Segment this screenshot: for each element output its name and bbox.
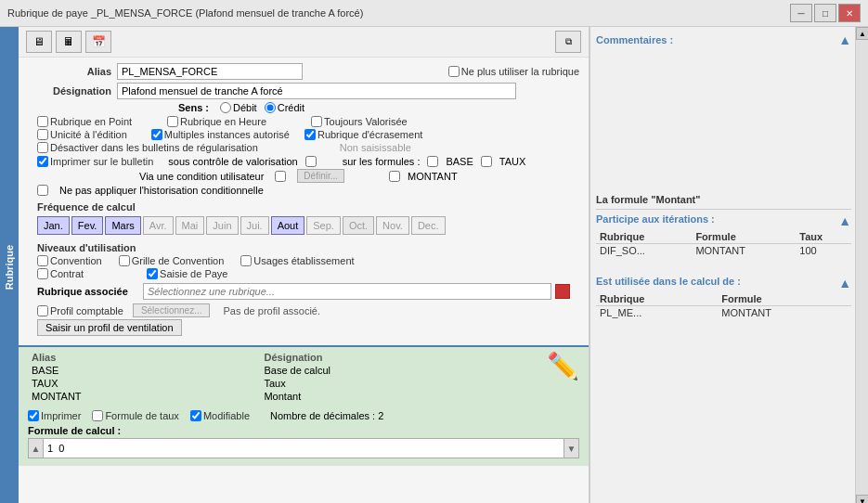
pas-profil-label: Pas de profil associé. xyxy=(223,305,320,316)
rubrique-point-checkbox[interactable] xyxy=(37,116,48,127)
no-utiliser-checkbox[interactable] xyxy=(448,66,460,77)
participe-scroll-btn[interactable]: ▲ xyxy=(838,213,851,228)
alias-taux: TAUX xyxy=(28,377,260,390)
unicite-checkbox[interactable] xyxy=(37,129,48,140)
month-dec[interactable]: Dec. xyxy=(411,216,446,235)
form-area: Alias Ne plus utiliser la rubrique Désig… xyxy=(19,58,589,345)
scroll-down-btn[interactable]: ▼ xyxy=(856,495,868,503)
month-mars[interactable]: Mars xyxy=(105,216,140,235)
niveaux-title: Niveaux d'utilisation xyxy=(28,240,579,255)
montant-checkbox[interactable] xyxy=(389,171,400,182)
ne-pas-appliquer-label: Ne pas appliquer l'historisation conditi… xyxy=(59,185,264,196)
desactiver-checkbox[interactable] xyxy=(37,142,48,153)
month-nov[interactable]: Nov. xyxy=(376,216,409,235)
no-utiliser-label: Ne plus utiliser la rubrique xyxy=(461,66,579,77)
toolbar: 🖥 🖩 📅 ⧉ xyxy=(19,27,589,58)
formule-calc-input[interactable] xyxy=(44,439,564,458)
profil-row: Profil comptable Sélectionnez... Pas de … xyxy=(28,303,579,317)
base-label: BASE xyxy=(446,156,473,167)
debit-radio[interactable] xyxy=(220,102,231,113)
via-condition-row: Via une condition utilisateur Définir...… xyxy=(28,169,579,183)
sens-label: Sens : xyxy=(178,102,209,113)
ne-pas-appliquer-checkbox[interactable] xyxy=(37,185,48,196)
est-utilisee-title: Est utilisée dans le calcul de : xyxy=(596,276,741,290)
designation-input[interactable] xyxy=(117,83,516,99)
rubrique-heure-checkbox[interactable] xyxy=(167,116,178,127)
formule-taux-label: Formule de taux xyxy=(105,410,178,421)
toujours-valorisee-checkbox[interactable] xyxy=(311,116,322,127)
via-condition-checkbox[interactable] xyxy=(275,171,286,182)
est-utilisee-rubrique-1: PL_ME... xyxy=(596,306,718,320)
month-aout[interactable]: Aout xyxy=(271,216,305,235)
right-panel: ▲ ▼ Commentaires : ▲ La formule "Montant… xyxy=(589,27,868,503)
month-jui[interactable]: Jui. xyxy=(240,216,269,235)
designation-col-header: Désignation xyxy=(260,351,561,364)
month-mai[interactable]: Mai xyxy=(175,216,205,235)
usages-checkbox[interactable] xyxy=(240,255,252,266)
imprimer-row: Imprimer sur le bulletin sous contrôle d… xyxy=(28,156,579,167)
bottom-section: Alias Désignation BASE Base de calcul TA… xyxy=(19,345,589,466)
month-jan[interactable]: Jan. xyxy=(37,216,70,235)
modifiable-check: Modifiable xyxy=(190,410,250,421)
month-juin[interactable]: Juin xyxy=(206,216,238,235)
freq-buttons: Jan. Fev. Mars Avr. Mai Juin Jui. Aout S… xyxy=(28,214,579,237)
month-sep[interactable]: Sep. xyxy=(306,216,341,235)
table-row: TAUX Taux xyxy=(28,377,561,390)
base-checkbox[interactable] xyxy=(427,156,438,167)
rubrique-heure-check: Rubrique en Heure xyxy=(167,116,266,127)
minimize-btn[interactable]: ─ xyxy=(790,4,812,22)
monitor-btn[interactable]: 🖥 xyxy=(26,31,52,53)
selectionnez-btn[interactable]: Sélectionnez... xyxy=(133,303,211,317)
taux-label: TAUX xyxy=(499,156,526,167)
toujours-valorisee-check: Toujours Valorisée xyxy=(311,116,408,127)
taux-checkbox[interactable] xyxy=(481,156,492,167)
maximize-btn[interactable]: □ xyxy=(814,4,836,22)
calculator-btn[interactable]: 🖩 xyxy=(56,31,82,53)
imprimer-bottom-label: Imprimer xyxy=(41,410,81,421)
imprimer-bottom-checkbox[interactable] xyxy=(28,410,39,421)
formule-calc-container: ▲ ▼ xyxy=(28,438,579,458)
commentaires-title: Commentaires : xyxy=(596,34,673,45)
definir-btn[interactable]: Définir... xyxy=(297,169,344,183)
nb-decimales-label: Nombre de décimales : 2 xyxy=(270,410,383,421)
alias-input[interactable] xyxy=(117,63,303,80)
imprimer-checkbox[interactable] xyxy=(37,156,48,167)
ventil-btn[interactable]: Saisir un profil de ventilation xyxy=(37,319,182,336)
month-oct[interactable]: Oct. xyxy=(343,216,374,235)
formule-scroll-right[interactable]: ▼ xyxy=(564,439,578,458)
extra-btn[interactable]: ⧉ xyxy=(555,31,581,53)
calendar-btn[interactable]: 📅 xyxy=(85,31,111,53)
rubrique-clear-btn[interactable] xyxy=(555,284,570,299)
month-fev[interactable]: Fev. xyxy=(71,216,104,235)
alias-montant: MONTANT xyxy=(28,390,260,403)
credit-radio[interactable] xyxy=(265,102,276,113)
title-bar: Rubrique de paye _PL_MENSA_FORCE (Plafon… xyxy=(0,0,868,27)
profil-comptable-checkbox[interactable] xyxy=(37,305,48,316)
no-utiliser-check: Ne plus utiliser la rubrique xyxy=(448,66,579,77)
modifiable-checkbox[interactable] xyxy=(190,410,201,421)
ne-pas-appliquer-row: Ne pas appliquer l'historisation conditi… xyxy=(28,185,579,196)
saisie-paye-checkbox[interactable] xyxy=(147,268,158,279)
spacer xyxy=(596,257,851,276)
multiples-check: Multiples instances autorisé xyxy=(151,129,290,140)
formule-taux-checkbox[interactable] xyxy=(92,410,103,421)
ventil-btn-container: Saisir un profil de ventilation xyxy=(28,319,579,340)
close-btn[interactable]: ✕ xyxy=(838,4,861,22)
rubrique-associee-label: Rubrique associée xyxy=(37,286,139,297)
scroll-up-btn[interactable]: ▲ xyxy=(856,27,868,40)
participe-rubrique-1: DIF_SO... xyxy=(596,244,692,258)
contrat-label: Contrat xyxy=(50,268,84,279)
convention-checkbox[interactable] xyxy=(37,255,48,266)
est-utilisee-scroll-btn[interactable]: ▲ xyxy=(838,276,851,290)
formule-scroll-up[interactable]: ▲ xyxy=(29,439,44,458)
ecrasement-checkbox[interactable] xyxy=(304,129,316,140)
participe-header-row: Rubrique Formule Taux xyxy=(596,230,851,244)
sous-controle-label: sous contrôle de valorisation xyxy=(168,156,297,167)
grille-convention-checkbox[interactable] xyxy=(119,255,130,266)
multiples-checkbox[interactable] xyxy=(151,129,162,140)
month-avr[interactable]: Avr. xyxy=(143,216,174,235)
contrat-checkbox[interactable] xyxy=(37,268,48,279)
sous-controle-checkbox[interactable] xyxy=(305,156,317,167)
commentaires-scroll-btn[interactable]: ▲ xyxy=(838,32,851,47)
rubrique-associee-input[interactable] xyxy=(143,283,551,300)
